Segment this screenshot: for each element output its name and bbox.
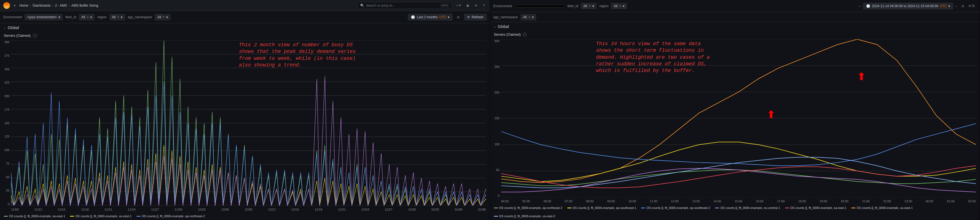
search-icon: 🔍	[360, 3, 364, 8]
legend-item[interactable]: DS counts [], flt_0000-example, ap-north…	[137, 214, 205, 218]
x-axis: 04:0005:0006:0007:0008:0009:0010:0011:00…	[490, 198, 980, 204]
region-chip[interactable]: All×▾	[611, 3, 627, 9]
refresh-icon[interactable]: ⟳ R	[967, 3, 977, 9]
chevron-down-icon: ▾	[948, 4, 950, 8]
chart-left[interactable]: 3002752502252001751501251007550250 This …	[11, 40, 486, 206]
zoom-out-icon[interactable]: ⊖	[455, 14, 461, 20]
close-icon[interactable]: ×	[528, 15, 530, 19]
close-icon[interactable]: ×	[117, 15, 119, 19]
legend-item[interactable]: DS counts [], flt_0000-example, eu-centr…	[715, 206, 780, 209]
chart-right[interactable]: 300250200150100500 This 24 hours view of…	[501, 39, 976, 197]
fleet-label: fleet_id	[65, 15, 76, 19]
legend-item[interactable]: DS counts [], flt_0000-example, us-east-…	[70, 214, 131, 218]
fleet-chip[interactable]: All×▾	[79, 14, 94, 20]
grafana-logo-icon[interactable]	[3, 2, 10, 9]
env-label: Environment	[3, 15, 22, 19]
ns-chip[interactable]: All×▾	[520, 14, 536, 20]
chevron-down-icon: ⌄	[3, 26, 6, 30]
legend: DS counts [], flt_0000-example, ap-north…	[490, 204, 980, 220]
legend-item[interactable]: DS counts [], flt_0000-example, us-east-…	[851, 206, 913, 209]
chevron-down-icon: ⌄	[493, 25, 496, 28]
close-icon[interactable]: ×	[87, 15, 89, 19]
y-axis: 3002752502252001751501251007550250	[1, 40, 10, 206]
chevron-down-icon[interactable]: ▾	[12, 3, 17, 9]
env-select[interactable]: <your environment>▾	[25, 14, 63, 20]
time-nav: ‹ 🕓 2024-11-14 04:00:00 to 2024-11-15 04…	[858, 3, 977, 9]
arrow-up-icon: ⬆	[857, 71, 865, 82]
region-label: region	[599, 4, 608, 8]
refresh-button[interactable]: ⟳ Refresh	[464, 14, 486, 21]
chevron-down-icon: ▾	[121, 15, 123, 19]
topbar: ▾ Home› Dashboards› 2 - AMS› AMS Buffer …	[0, 0, 490, 11]
x-axis: 11/0911/1211/1511/1811/2111/2411/2711/30…	[0, 207, 490, 212]
ns-label: ags_namespace	[493, 15, 518, 19]
panel-header: Servers (Claimed) i	[490, 31, 980, 38]
annotation-text: This 24 hours view of the same data show…	[596, 40, 710, 74]
info-icon[interactable]: i	[33, 34, 37, 38]
chevron-down-icon: ▾	[448, 15, 449, 19]
close-icon[interactable]: ×	[589, 4, 591, 8]
refresh-icon: ⟳	[467, 15, 470, 19]
panel-title: Servers (Claimed)	[4, 34, 31, 38]
env-label: Environment	[493, 4, 512, 8]
arrow-up-icon: ⬆	[767, 109, 775, 120]
legend-item[interactable]: DS counts [], flt_0000-example, sa-east-…	[785, 206, 846, 209]
news-icon[interactable]: ≋	[473, 3, 479, 9]
panel-header: Servers (Claimed) i	[0, 32, 490, 39]
time-range-picker[interactable]: 🕓 Last 2 months UTC ▾	[408, 14, 452, 21]
chevron-down-icon: ▾	[532, 15, 534, 19]
search-kbd: ctrl+k	[440, 3, 449, 8]
region-chip[interactable]: All×▾	[110, 14, 125, 20]
ns-label: ags_namespace	[128, 15, 152, 19]
time-range-picker[interactable]: 🕓 2024-11-14 04:00:00 to 2024-11-15 04:0…	[863, 3, 953, 9]
share-icon[interactable]: ◉	[465, 3, 471, 9]
close-icon[interactable]: ×	[163, 15, 165, 19]
section-title: Global	[498, 24, 509, 29]
bc-home[interactable]: Home	[19, 3, 28, 8]
chevron-down-icon: ▾	[90, 15, 92, 19]
filter-bar-r1: Environment fleet_id All×▾ region All×▾ …	[490, 0, 980, 12]
fleet-label: fleet_id	[568, 4, 578, 8]
legend: DS counts [], flt_0000-example, sa-east-…	[0, 212, 490, 220]
chevron-down-icon: ▾	[592, 4, 594, 8]
section-title: Global	[8, 25, 19, 30]
dashboard-right: Environment fleet_id All×▾ region All×▾ …	[490, 0, 980, 220]
ns-chip[interactable]: All×▾	[155, 14, 170, 20]
section-header[interactable]: ⌄ Global	[490, 22, 980, 31]
fleet-chip[interactable]: All×▾	[581, 3, 597, 9]
y-axis: 300250200150100500	[491, 39, 500, 197]
clock-icon: 🕓	[411, 15, 415, 19]
add-icon[interactable]: ＋▾	[454, 2, 463, 9]
bc-page[interactable]: AMS Buffer Sizing	[71, 3, 98, 8]
prev-icon[interactable]: ‹	[858, 3, 862, 9]
zoom-out-icon[interactable]: ⊖	[960, 3, 966, 9]
dashboard-left: ▾ Home› Dashboards› 2 - AMS› AMS Buffer …	[0, 0, 490, 220]
region-label: region	[97, 15, 107, 19]
filter-bar-1: Environment <your environment>▾ fleet_id…	[0, 11, 490, 23]
chart-svg	[501, 39, 976, 197]
breadcrumb: Home› Dashboards› 2 - AMS› AMS Buffer Si…	[19, 3, 99, 8]
next-icon[interactable]: ›	[954, 3, 959, 9]
close-icon[interactable]: ×	[619, 4, 621, 8]
info-icon[interactable]: i	[523, 33, 527, 36]
chevron-down-icon: ▾	[623, 4, 625, 8]
clock-icon: 🕓	[866, 4, 870, 8]
bc-dash[interactable]: Dashboards	[33, 3, 51, 8]
section-header[interactable]: ⌄ Global	[0, 23, 490, 32]
chevron-down-icon: ▾	[166, 15, 168, 19]
legend-item[interactable]: DS counts [], flt_0000-example, ap-north…	[494, 206, 562, 209]
global-search[interactable]: 🔍 Search or jump to... ctrl+k	[358, 2, 452, 9]
legend-item[interactable]: DS counts [], flt_0000-example, sa-east-…	[4, 214, 65, 218]
help-icon[interactable]: ?	[481, 3, 487, 9]
legend-item[interactable]: DS counts [], flt_0000-example, ap-south…	[568, 206, 636, 209]
legend-item[interactable]: DS counts [], flt_0000-example, ap-south…	[641, 206, 710, 209]
env-select[interactable]	[515, 5, 565, 7]
chevron-down-icon: ▾	[59, 15, 60, 19]
filter-bar-r2: ags_namespace All×▾	[490, 12, 980, 22]
bc-folder[interactable]: 2 - AMS	[55, 3, 67, 8]
search-placeholder: Search or jump to...	[366, 3, 438, 8]
panel-title: Servers (Claimed)	[494, 33, 521, 36]
annotation-text: This 2 month view of number of busy DS s…	[239, 41, 355, 68]
legend-item[interactable]: DS counts [], flt_0000-example, us-east-…	[494, 214, 555, 218]
